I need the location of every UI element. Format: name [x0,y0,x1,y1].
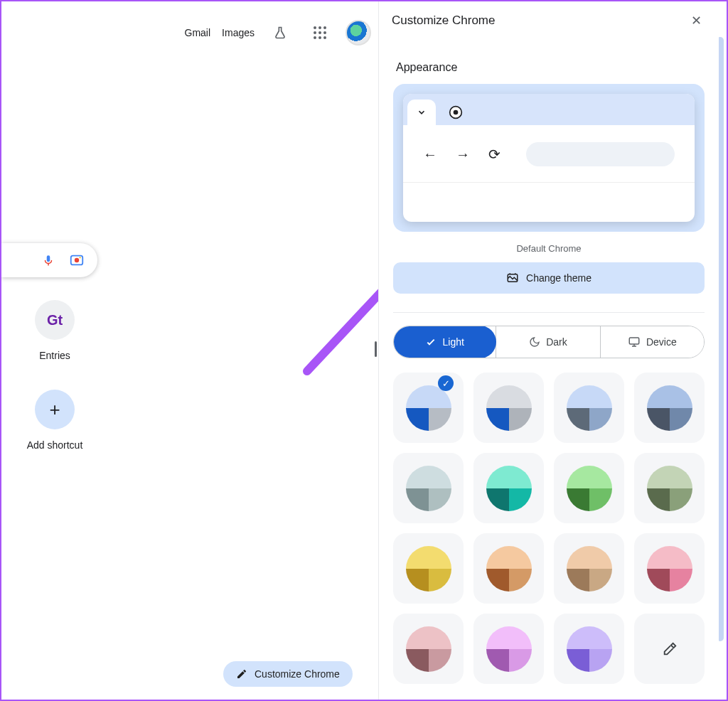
color-swatch-9[interactable] [473,533,544,604]
color-swatch-12[interactable] [393,614,464,684]
mode-dark-label: Dark [546,336,567,348]
appearance-heading: Appearance [396,61,705,74]
forward-arrow-icon: → [456,146,470,163]
svg-point-1 [75,258,79,262]
voice-search-icon[interactable] [42,252,55,268]
divider [393,700,705,700]
divider [393,312,705,313]
moon-icon [529,336,540,348]
pencil-icon [236,668,247,680]
shortcuts: Gt Entries + Add shortcut [16,300,94,451]
mode-light-label: Light [442,336,464,348]
color-swatch-0[interactable]: ✓ [393,373,464,443]
shortcut-label: Add shortcut [27,439,83,451]
eyedropper-button[interactable] [634,614,705,684]
theme-preview-card: ← → ⟳ [393,84,705,232]
back-arrow-icon: ← [423,146,437,163]
color-swatch-13[interactable] [473,614,544,684]
panel-title: Customize Chrome [392,14,496,28]
shortcut-label: Entries [39,350,70,361]
color-swatch-1[interactable] [473,373,544,443]
customize-panel: Customize Chrome ✕ Appearance ← [379,1,719,700]
device-icon [628,336,641,348]
mode-dark-button[interactable]: Dark [496,326,599,358]
new-tab-page: Gmail Images Gt Entries + Add shortcut C… [1,1,378,700]
color-swatch-14[interactable] [554,614,624,684]
svg-point-2 [79,257,80,258]
customize-panel-wrap: Customize Chrome ✕ Appearance ← [378,1,727,700]
svg-rect-7 [629,338,639,344]
mode-light-button[interactable]: Light [393,326,496,358]
shortcut-icon: Gt [35,300,75,340]
color-swatch-7[interactable] [634,453,705,523]
top-nav: Gmail Images [185,18,371,47]
color-swatch-8[interactable] [393,533,464,604]
reload-icon: ⟳ [488,146,500,163]
shortcut-entries[interactable]: Gt Entries [16,300,94,361]
customize-chrome-label: Customize Chrome [255,668,340,680]
chevron-down-icon [407,100,436,125]
add-shortcut-button[interactable]: + Add shortcut [16,390,94,451]
svg-point-5 [454,110,459,115]
color-swatch-10[interactable] [554,533,624,604]
chrome-icon [446,102,466,122]
theme-preview-window: ← → ⟳ [403,94,695,222]
panel-header: Customize Chrome ✕ [379,1,719,40]
color-swatch-6[interactable] [554,453,624,523]
close-icon[interactable]: ✕ [687,9,706,33]
color-swatch-11[interactable] [634,533,705,604]
search-box[interactable] [1,243,97,277]
change-theme-label: Change theme [526,272,592,284]
profile-avatar[interactable] [346,20,371,46]
color-swatch-3[interactable] [634,373,705,443]
color-mode-segmented: Light Dark Device [393,326,705,358]
images-link[interactable]: Images [222,27,255,38]
plus-icon: + [35,390,75,429]
color-swatch-2[interactable] [554,373,624,443]
check-icon [425,336,437,348]
gmail-link[interactable]: Gmail [185,27,211,38]
color-swatch-5[interactable] [473,453,544,523]
current-theme-label: Default Chrome [393,243,705,254]
svg-rect-6 [508,274,518,282]
color-swatch-grid: ✓ [393,373,705,684]
check-icon: ✓ [438,375,454,391]
theme-icon [506,272,519,284]
color-swatch-4[interactable] [393,453,464,523]
mode-device-button[interactable]: Device [600,326,704,358]
labs-icon[interactable] [266,18,294,47]
preview-omnibox [526,142,675,166]
mode-device-label: Device [646,336,677,348]
lens-icon[interactable] [69,252,85,268]
customize-chrome-button[interactable]: Customize Chrome [223,661,353,687]
change-theme-button[interactable]: Change theme [393,262,705,294]
apps-grid-icon[interactable] [306,18,334,47]
